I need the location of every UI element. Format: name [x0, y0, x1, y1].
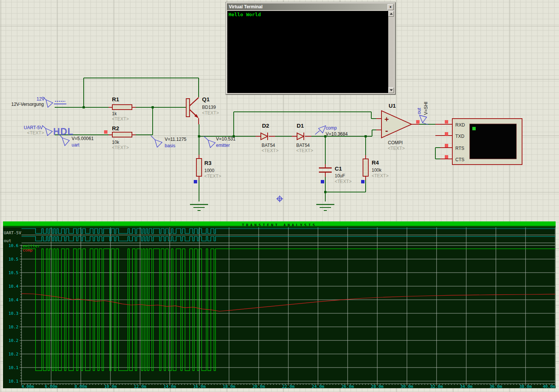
- graph-tick-label: 24.0m: [312, 384, 324, 388]
- graph-tick-label: 10.0m: [104, 384, 116, 388]
- virtual-terminal-component[interactable]: RXD TXD RTS CTS: [452, 119, 522, 165]
- resistor-r4[interactable]: R4 100k <TEXT>: [363, 159, 389, 178]
- basis-voltage-label: V=11.1275: [165, 137, 187, 142]
- r1-value-label: 1k: [112, 111, 117, 116]
- graph-tick-label: 38.0m: [519, 384, 532, 388]
- r3-ref-label: R3: [204, 160, 211, 166]
- scroll-up-button[interactable]: [388, 11, 394, 17]
- transistor-q1[interactable]: Q1 BD139 <TEXT>: [186, 96, 219, 118]
- ground-symbol[interactable]: [190, 204, 334, 210]
- graph-tick-label: 10.1: [9, 379, 19, 384]
- graph-tick-label: 22.0m: [282, 384, 294, 388]
- graph-tick-label: 16.0m: [193, 384, 205, 388]
- graph-tick-label: comp: [23, 248, 33, 253]
- uart-probe-label: uart: [72, 142, 80, 148]
- graph-tick-label: 12.0m: [134, 384, 146, 388]
- d2-ref-label: D2: [262, 122, 269, 129]
- graph-tick-label: 10.2: [9, 338, 19, 343]
- diode-d1[interactable]: D1 BAT54 <TEXT>: [296, 122, 313, 153]
- graph-tick-label: 40.0m: [543, 384, 555, 388]
- graph-tick-label: 8.00m: [75, 384, 87, 388]
- scroll-down-button[interactable]: [388, 87, 394, 93]
- graph-tick-label: UART-5V: [4, 230, 21, 235]
- graph-tick-label: 10.6: [9, 243, 19, 248]
- terminal-output[interactable]: Hello World: [227, 11, 388, 93]
- graph-plot-area[interactable]: 10.610.510.510.410.410.310.210.210.210.1…: [3, 221, 556, 388]
- origin-marker-icon: [276, 195, 283, 202]
- graph-tick-label: 34.0m: [460, 384, 472, 388]
- u1-minus-input-label: -: [384, 127, 389, 135]
- u1-plus-input-label: +: [384, 115, 389, 123]
- diode-d2[interactable]: D2 BAT54 <TEXT>: [261, 122, 279, 153]
- graph-tick-label: 10.1: [9, 365, 19, 370]
- resistor-r2[interactable]: R2 10k <TEXT>: [112, 125, 132, 150]
- net-label-12v: 12V: [37, 96, 44, 102]
- c1-text-label: <TEXT>: [335, 179, 352, 184]
- comp-probe-label: comp: [326, 125, 337, 131]
- transient-analysis-graph[interactable]: TRANSIENT ANALYSIS 10.610.510.510.410.41…: [3, 221, 556, 388]
- close-button[interactable]: x: [387, 4, 394, 10]
- terminal-pin-txd: TXD: [455, 134, 464, 139]
- graph-tick-label: 4.00m: [21, 384, 34, 388]
- graph-tick-label: 10.5: [9, 270, 19, 275]
- window-title: Virtual Terminal: [229, 4, 263, 9]
- basis-probe-label: basis: [165, 143, 175, 148]
- scroll-up-icon: [390, 13, 393, 15]
- graph-tick-label: 28.0m: [371, 384, 383, 388]
- probe-arrow-emitter: [204, 136, 215, 148]
- graph-tick-label: 10.4: [9, 284, 19, 289]
- c1-value-label: 10uF: [335, 173, 345, 178]
- probe-arrow-basis: [151, 136, 162, 147]
- graph-tick-label: 32.0m: [430, 384, 443, 388]
- r2-value-label: 10k: [112, 140, 119, 145]
- graph-tick-label: 10.5: [9, 257, 19, 262]
- close-icon: x: [389, 5, 391, 9]
- r4-text-label: <TEXT>: [372, 173, 389, 178]
- d2-value-label: BAT54: [262, 143, 275, 148]
- out-voltage-label: V=SHI: [423, 102, 429, 115]
- comp-voltage-label: V=10.3684: [326, 131, 348, 137]
- d1-value-label: BAT54: [296, 143, 310, 148]
- r3-value-label: 1000: [204, 168, 214, 173]
- graph-tick-label: 10.2: [9, 325, 19, 329]
- r1-text-label: <TEXT>: [112, 116, 129, 122]
- r2-text-label: <TEXT>: [112, 145, 129, 150]
- uart-source-glyph: HDL: [53, 126, 74, 137]
- graph-tick-label: out: [4, 238, 11, 243]
- resistor-r1[interactable]: R1 1k <TEXT>: [112, 96, 132, 122]
- net-label-uart5v: UART-5V: [24, 125, 43, 130]
- r2-ref-label: R2: [112, 125, 119, 131]
- terminal-line: Hello World: [228, 12, 388, 17]
- q1-value-label: BD139: [202, 105, 216, 110]
- r4-ref-label: R4: [372, 159, 379, 166]
- scroll-down-icon: [390, 89, 393, 91]
- proteus-workspace: R1 1k <TEXT> R2 10k <TEXT> Q1 BD139 <TEX…: [0, 0, 559, 392]
- r4-value-label: 100k: [372, 168, 382, 173]
- resistor-r3[interactable]: R3 1000 <TEXT>: [196, 159, 221, 179]
- uart-source-text-label: <TEXT>: [27, 130, 44, 136]
- terminal-pin-rxd: RXD: [455, 122, 465, 128]
- power-terminal-12v[interactable]: [54, 101, 66, 104]
- window-title-bar[interactable]: Virtual Terminal x: [227, 3, 394, 10]
- d2-text-label: <TEXT>: [262, 148, 279, 153]
- r1-ref-label: R1: [112, 96, 119, 102]
- comparator-u1[interactable]: + - U1 COMPI <TEXT>: [381, 102, 412, 151]
- emitter-voltage-label: V=10.531: [216, 136, 236, 142]
- u1-ref-label: U1: [389, 102, 396, 109]
- graph-tick-label: 10.2: [9, 352, 19, 357]
- c1-ref-label: C1: [335, 165, 342, 172]
- graph-tick-label: 10.3: [9, 311, 19, 316]
- uart-voltage-label: V=5.00061: [72, 136, 94, 141]
- u1-value-label: COMPI: [388, 140, 403, 145]
- graph-tick-label: 18.0m: [223, 384, 235, 388]
- probe-arrow-out: [420, 115, 428, 125]
- graph-tick-label: 6.00m: [45, 384, 57, 388]
- terminal-scrollbar[interactable]: [388, 11, 394, 93]
- q1-text-label: <TEXT>: [202, 110, 219, 116]
- probe-arrow-comp: [315, 126, 326, 134]
- q1-ref-label: Q1: [202, 96, 210, 102]
- d1-ref-label: D1: [297, 122, 304, 129]
- graph-tick-label: 14.0m: [164, 384, 176, 388]
- emitter-probe-label: emitter: [216, 143, 230, 148]
- power-name-label: 12V-Versorgung: [11, 102, 44, 107]
